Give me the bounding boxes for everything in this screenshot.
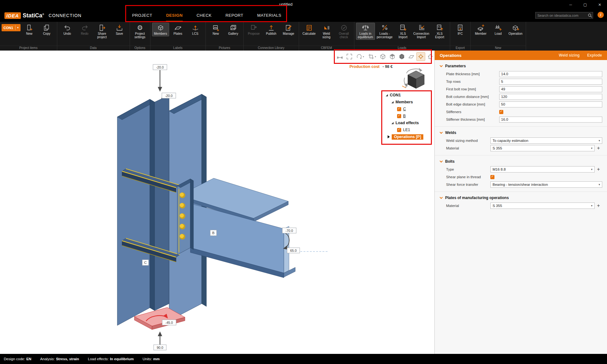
xls-export-button[interactable]: XLS XLS Export xyxy=(431,23,448,40)
collapsed-arrow-icon[interactable] xyxy=(388,135,390,138)
connection-import-button[interactable]: Connection Import xyxy=(412,23,431,40)
labels-members-toggle[interactable]: Members xyxy=(152,23,169,36)
weld-sizing-action-button[interactable]: Weld sizing xyxy=(559,53,580,58)
add-weld-material-button[interactable]: + xyxy=(595,145,602,151)
dim-label-top[interactable]: -20.0 xyxy=(153,64,167,70)
tab-design[interactable]: DESIGN xyxy=(166,9,182,22)
load-arrow-top[interactable] xyxy=(158,70,162,92)
explode-action-button[interactable]: Explode xyxy=(587,53,602,58)
project-settings-button[interactable]: ⚙ Project settings xyxy=(132,23,149,40)
svg-text:-70.0: -70.0 xyxy=(285,229,293,233)
calculate-button[interactable]: Calculate xyxy=(301,23,318,36)
search-input[interactable] xyxy=(536,14,587,17)
new-load-button[interactable]: Load xyxy=(490,23,507,36)
add-bolt-type-button[interactable]: + xyxy=(595,167,602,172)
section-header-parameters[interactable]: Parameters xyxy=(435,62,607,70)
nav-cube[interactable] xyxy=(402,68,424,88)
home-view-button[interactable] xyxy=(426,52,434,61)
gallery-button[interactable]: Gallery xyxy=(225,23,242,36)
redo-button[interactable]: Redo xyxy=(76,23,93,36)
svg-text:IFC: IFC xyxy=(459,26,462,28)
bolt-display-toggle[interactable] xyxy=(417,52,425,61)
bolt-type-select[interactable]: M16 8.8 xyxy=(490,166,595,173)
new-member-button[interactable]: Member xyxy=(472,23,489,36)
dim-label-right-rotation[interactable]: 65.0 xyxy=(287,248,300,253)
checkbox-checked-icon[interactable] xyxy=(397,128,401,132)
top-rows-input[interactable] xyxy=(499,79,602,85)
rotate-view-button[interactable]: ▾ xyxy=(355,52,365,61)
member-label-column[interactable]: C xyxy=(142,260,149,265)
copy-project-item-button[interactable]: Copy xyxy=(38,23,55,36)
save-button[interactable]: Save xyxy=(111,23,128,36)
minimize-button[interactable]: ─ xyxy=(563,0,578,9)
dim-label-right-top[interactable]: -70.0 xyxy=(282,228,296,233)
new-project-item-button[interactable]: New xyxy=(21,23,38,36)
dim-label-bottom[interactable]: 90.0 xyxy=(154,345,166,350)
info-icon[interactable]: i xyxy=(598,12,604,18)
dim-label-top-rotation[interactable]: -20.0 xyxy=(162,93,176,98)
weld-material-select[interactable]: S 355 xyxy=(490,145,595,151)
shear-plane-checkbox[interactable] xyxy=(490,175,494,179)
new-operation-icon xyxy=(512,24,519,32)
tree-node-load-effects[interactable]: Load effects xyxy=(385,119,423,126)
wireframe-view-button[interactable] xyxy=(379,52,387,61)
new-picture-button[interactable]: New xyxy=(207,23,224,36)
new-operation-button[interactable]: Operation xyxy=(507,23,524,36)
shear-force-transfer-select[interactable]: Bearing - tension/shear interaction xyxy=(490,181,602,188)
loads-in-equilibrium-toggle[interactable]: Loads in equilibrium xyxy=(356,23,375,40)
tree-node-le1[interactable]: LE1 xyxy=(385,126,423,133)
loads-percentage-button[interactable]: Loads - percentage xyxy=(375,23,394,40)
tab-report[interactable]: REPORT xyxy=(225,9,243,22)
labels-lcs-toggle[interactable]: LCS xyxy=(187,23,204,36)
section-header-bolts[interactable]: Bolts xyxy=(435,157,607,166)
tab-project[interactable]: PROJECT xyxy=(132,9,152,22)
tree-node-member-b[interactable]: B xyxy=(385,112,423,119)
plate-thickness-input[interactable] xyxy=(499,71,602,77)
checkbox-checked-icon[interactable] xyxy=(397,114,401,118)
add-plate-material-button[interactable]: + xyxy=(595,203,602,209)
tree-node-member-c[interactable]: C xyxy=(385,106,423,112)
publish-button[interactable]: Publish xyxy=(263,23,280,36)
section-header-plates[interactable]: Plates of manufacturing operations xyxy=(435,194,607,202)
zoom-fit-button[interactable] xyxy=(345,52,353,61)
stiffeners-checkbox[interactable] xyxy=(499,110,503,114)
plate-material-select[interactable]: S 355 xyxy=(490,203,595,209)
viewport-3d[interactable]: B C -20.0 -20.0 -70.0 65.0 xyxy=(0,51,434,354)
manage-button[interactable]: Manage xyxy=(280,23,297,36)
shaded-view-button[interactable] xyxy=(388,52,396,61)
section-crop-button[interactable]: ▾ xyxy=(367,52,377,61)
propose-button[interactable]: Propose xyxy=(245,23,262,36)
bolt-column-distance-input[interactable] xyxy=(499,94,602,100)
tab-materials[interactable]: MATERIALS xyxy=(257,9,281,22)
connection-selector-button[interactable]: CON1▾ xyxy=(2,24,21,31)
expander-icon[interactable] xyxy=(386,94,388,96)
ifc-export-button[interactable]: IFC IFC xyxy=(452,23,469,36)
share-project-button[interactable]: Share project xyxy=(94,23,111,40)
weld-sizing-button[interactable]: Weld sizing xyxy=(318,23,335,40)
expander-icon[interactable] xyxy=(391,101,394,103)
expander-icon[interactable] xyxy=(391,122,394,124)
labels-plates-toggle[interactable]: Plates xyxy=(169,23,187,36)
search-icon[interactable] xyxy=(587,13,593,18)
maximize-button[interactable]: ▢ xyxy=(578,0,592,9)
member-label-beam[interactable]: B xyxy=(210,230,217,236)
xls-import-button[interactable]: XLS XLS Import xyxy=(395,23,412,40)
section-header-welds[interactable]: Welds xyxy=(435,129,607,137)
first-bolt-row-input[interactable] xyxy=(499,86,602,92)
stiffener-thickness-input[interactable] xyxy=(499,117,602,123)
tree-node-con1[interactable]: CON1 xyxy=(385,92,423,99)
bolt-edge-distance-input[interactable] xyxy=(499,101,602,107)
tree-node-operations[interactable]: Operations [P] xyxy=(385,133,423,140)
weld-sizing-method-select[interactable]: To capacity estimation xyxy=(490,137,602,144)
plate-view-button[interactable] xyxy=(407,52,415,61)
tab-check[interactable]: CHECK xyxy=(197,9,212,22)
checkbox-checked-icon[interactable] xyxy=(397,107,401,111)
overall-check-button[interactable]: Overall check xyxy=(335,23,353,40)
solid-view-button[interactable] xyxy=(398,52,406,61)
undo-button[interactable]: Undo xyxy=(59,23,76,36)
tree-node-members[interactable]: Members xyxy=(385,99,423,106)
close-button[interactable]: ✕ xyxy=(592,0,607,9)
dimensions-button[interactable] xyxy=(336,52,344,61)
panel-header: Operations Weld sizing Explode xyxy=(435,51,607,60)
dim-label-base[interactable]: -45.0 xyxy=(162,320,176,325)
